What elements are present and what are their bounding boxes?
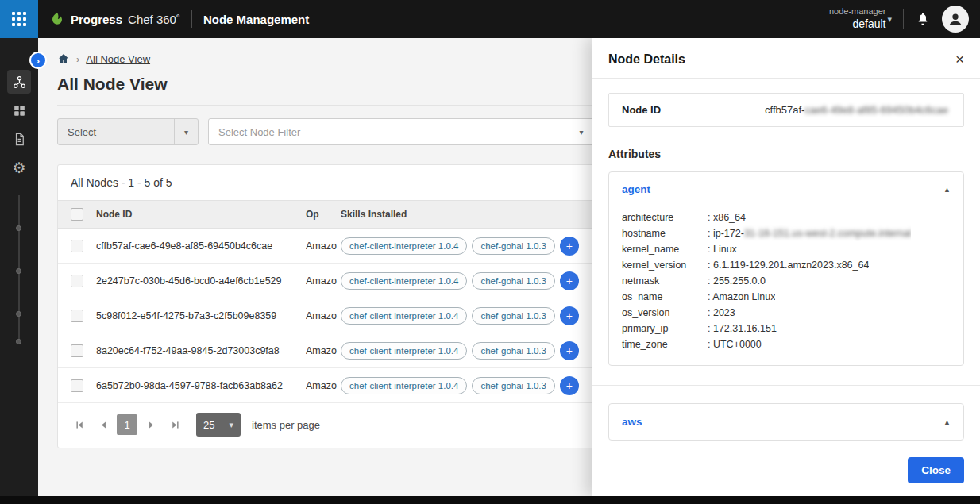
attribute-row: netmask255.255.0.0 (622, 273, 951, 289)
agent-section-header[interactable]: agent ▲ (622, 183, 951, 195)
aws-section-title[interactable]: aws (622, 416, 642, 428)
breadcrumb-separator: › (76, 53, 79, 65)
last-page-button[interactable] (164, 414, 185, 435)
grid-icon (12, 103, 27, 118)
aws-section: aws ▲ (608, 403, 964, 441)
sidebar-rail (18, 195, 20, 344)
chevron-down-icon: ▾ (229, 420, 233, 430)
sidebar-item-settings[interactable]: ⚙ (7, 156, 31, 179)
notifications-button[interactable] (915, 11, 931, 27)
aws-section-header[interactable]: aws ▲ (622, 416, 951, 428)
arrow-right-icon (146, 420, 156, 430)
brand-name: Progress (71, 13, 122, 26)
attributes-heading: Attributes (608, 148, 964, 160)
next-page-button[interactable] (141, 414, 161, 435)
app-grid-icon (12, 12, 26, 26)
agent-attributes-list: architecturex86_64 hostnameip-172-31-16-… (622, 210, 951, 352)
node-id-row: Node ID cffb57af-cae6-49e8-af85-69450b4c… (608, 93, 964, 127)
home-icon[interactable] (57, 52, 70, 65)
attribute-row: hostnameip-172-31-16-151.us-west-2.compu… (622, 225, 951, 241)
skill-chip: chef-gohai 1.0.3 (472, 342, 554, 360)
column-header-node-id: Node ID (96, 209, 306, 220)
attribute-row: os_nameAmazon Linux (622, 289, 951, 305)
skill-chip: chef-client-interpreter 1.0.4 (341, 307, 467, 325)
chef-logo-icon (49, 11, 65, 27)
close-icon[interactable]: × (955, 52, 964, 67)
skill-chip: chef-client-interpreter 1.0.4 (341, 342, 467, 360)
bulk-action-select[interactable]: Select ▾ (57, 118, 199, 145)
attribute-row: primary_ip172.31.16.151 (622, 321, 951, 337)
attribute-row: architecturex86_64 (622, 210, 951, 225)
skill-chip: chef-gohai 1.0.3 (472, 237, 554, 255)
top-header: Progress Chef 360˚ Node Management node-… (0, 0, 980, 38)
skill-chip: chef-gohai 1.0.3 (472, 272, 554, 290)
org-switcher[interactable]: node-manager default ▾ (829, 6, 892, 31)
module-title: Node Management (203, 13, 309, 26)
node-id-label: Node ID (622, 104, 765, 116)
header-divider (191, 10, 192, 28)
close-button[interactable]: Close (908, 457, 964, 483)
os-cell: Amazo (306, 345, 341, 356)
row-checkbox[interactable] (71, 344, 83, 357)
gear-icon: ⚙ (12, 160, 25, 175)
os-cell: Amazo (306, 310, 341, 321)
bottom-edge-bar (0, 496, 980, 504)
org-label: node-manager (829, 6, 886, 17)
row-checkbox[interactable] (71, 240, 83, 252)
attribute-row: os_version2023 (622, 305, 951, 321)
node-filter-select[interactable]: Select Node Filter ▾ (208, 118, 594, 145)
more-skills-chip[interactable]: + (560, 376, 579, 395)
select-all-checkbox[interactable] (71, 208, 83, 221)
sidebar-expand-button[interactable]: › (29, 52, 47, 69)
more-skills-chip[interactable]: + (560, 237, 579, 256)
user-menu-button[interactable] (942, 6, 969, 33)
agent-section: agent ▲ architecturex86_64 hostnameip-17… (608, 171, 964, 366)
org-value: default (829, 17, 886, 32)
seek-first-icon (75, 420, 85, 430)
drawer-title: Node Details (608, 52, 685, 67)
sidebar-item-documents[interactable] (7, 127, 31, 151)
skill-chip: chef-client-interpreter 1.0.4 (341, 237, 467, 255)
document-icon (12, 132, 27, 147)
row-checkbox[interactable] (71, 379, 83, 392)
node-id-value: cffb57af-cae6-49e8-af85-69450b4c6cae (765, 104, 948, 116)
os-cell: Amazo (306, 240, 341, 252)
chevron-down-icon: ▾ (887, 14, 892, 25)
node-id-cell: 6a5b72b0-98da-4597-9788-facb63ab8a62 (96, 380, 306, 391)
agent-section-title[interactable]: agent (622, 183, 650, 195)
skill-chip: chef-gohai 1.0.3 (472, 307, 554, 325)
collapse-icon[interactable]: ▲ (943, 186, 951, 194)
sidebar-item-apps[interactable] (7, 98, 31, 122)
os-cell: Amazo (306, 275, 341, 287)
more-skills-chip[interactable]: + (560, 341, 579, 360)
collapse-icon[interactable]: ▲ (943, 418, 951, 426)
chevron-down-icon: ▾ (174, 119, 198, 144)
items-per-page-label: items per page (252, 419, 320, 431)
node-id-cell: 2e247b7c-030b-45d6-bcd0-a4ef6cb1e529 (96, 275, 306, 287)
skill-chip: chef-client-interpreter 1.0.4 (341, 272, 467, 290)
os-cell: Amazo (306, 380, 341, 391)
sidebar-item-nodes[interactable] (7, 70, 31, 94)
node-filter-placeholder: Select Node Filter (209, 126, 310, 138)
row-checkbox[interactable] (71, 310, 83, 322)
brand-product: Chef 360˚ (128, 13, 180, 26)
breadcrumb-link[interactable]: All Node View (86, 53, 150, 65)
page-size-select[interactable]: 25 ▾ (196, 413, 241, 437)
redacted-text: 31-16-151.us-west-2.compute.internal (744, 228, 912, 239)
more-skills-chip[interactable]: + (560, 306, 579, 325)
arrow-left-icon (98, 420, 109, 430)
node-details-drawer: Node Details × Node ID cffb57af-cae6-49e… (592, 38, 980, 496)
current-page-button[interactable]: 1 (117, 414, 137, 435)
more-skills-chip[interactable]: + (560, 271, 579, 290)
first-page-button[interactable] (69, 414, 90, 435)
previous-page-button[interactable] (93, 414, 114, 435)
page-size-value: 25 (203, 419, 214, 431)
node-id-cell: cffb57af-cae6-49e8-af85-69450b4c6cae (96, 240, 306, 252)
attribute-row: time_zoneUTC+0000 (622, 337, 951, 352)
redacted-text: cae6-49e8-af85-69450b4c6cae (804, 104, 948, 116)
app-launcher-button[interactable] (0, 0, 38, 38)
row-checkbox[interactable] (71, 275, 83, 287)
chevron-down-icon: ▾ (569, 119, 593, 144)
brand-logo: Progress Chef 360˚ (49, 11, 180, 27)
column-header-os: Op (306, 209, 341, 220)
